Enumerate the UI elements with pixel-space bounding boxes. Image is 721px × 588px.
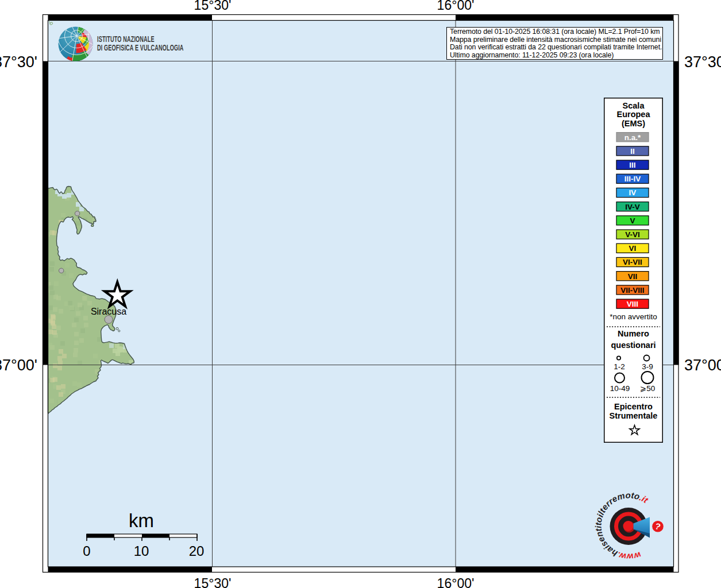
svg-text:(EMS): (EMS) [622, 119, 645, 128]
svg-text:VI-VII: VI-VII [623, 258, 642, 266]
svg-text:Numero: Numero [618, 329, 649, 338]
svg-text:IV-V: IV-V [625, 203, 640, 211]
svg-text:3-9: 3-9 [642, 362, 653, 371]
svg-text:VII: VII [628, 272, 638, 281]
svg-text:questionari: questionari [611, 341, 656, 350]
svg-text:1-2: 1-2 [614, 362, 625, 371]
svg-text:n.a.*: n.a.* [624, 133, 641, 142]
svg-text:V: V [630, 216, 635, 225]
svg-text:VII-VIII: VII-VIII [620, 286, 644, 295]
svg-text:IV: IV [629, 188, 637, 197]
svg-text:10-49: 10-49 [610, 384, 630, 393]
svg-text:VI: VI [629, 244, 637, 253]
svg-text:*non avvertito: *non avvertito [610, 312, 657, 321]
svg-text:III-IV: III-IV [624, 175, 641, 183]
svg-text:V-VI: V-VI [625, 230, 640, 239]
svg-text:⩾50: ⩾50 [640, 384, 655, 393]
svg-text:VIII: VIII [627, 300, 638, 308]
svg-text:III: III [629, 161, 635, 169]
svg-text:Europea: Europea [616, 110, 650, 119]
svg-text:Strumentale: Strumentale [610, 411, 658, 420]
svg-text:Epicentro: Epicentro [614, 402, 653, 411]
svg-text:II: II [630, 147, 635, 156]
svg-text:Scala: Scala [623, 101, 645, 110]
